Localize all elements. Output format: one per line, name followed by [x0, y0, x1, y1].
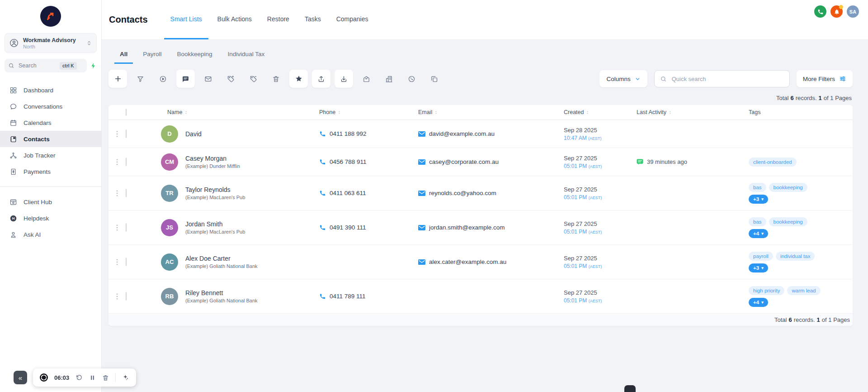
contact-row[interactable]: ⋮RBRiley Bennett(Example) Goliath Nation… [108, 279, 853, 314]
pause-recording-icon[interactable] [89, 374, 96, 381]
contact-row[interactable]: ⋮JSJordan Smith(Example) MacLaren's Pub0… [108, 210, 853, 245]
row-menu-icon[interactable]: ⋮ [108, 130, 126, 138]
row-menu-icon[interactable]: ⋮ [108, 158, 126, 166]
contact-phone[interactable]: 0411 188 992 [319, 130, 418, 137]
phone-dialer-icon[interactable] [814, 5, 826, 18]
record-button[interactable] [40, 373, 48, 382]
filter-button[interactable] [131, 70, 150, 88]
notifications-bell-icon[interactable] [830, 5, 843, 18]
column-header-created[interactable]: Created [564, 109, 637, 115]
sidebar-item-job-tracker[interactable]: Job Tracker [0, 147, 101, 163]
contact-row[interactable]: ⋮CMCasey Morgan(Example) Dunder Mifflin0… [108, 148, 853, 176]
row-checkbox[interactable] [126, 158, 127, 166]
sidebar-item-ask-ai[interactable]: Ask AI [0, 226, 101, 243]
sidebar-item-contacts[interactable]: Contacts [0, 131, 101, 147]
tab-tasks[interactable]: Tasks [298, 0, 327, 39]
column-header-name[interactable]: Name [145, 109, 319, 115]
more-tags-button[interactable]: +3▾ [749, 195, 768, 204]
contact-email[interactable]: david@example.com.au [418, 130, 564, 137]
tab-restore[interactable]: Restore [261, 0, 296, 39]
contact-email[interactable]: jordan.smith@example.com [418, 224, 564, 231]
sidebar-search[interactable]: ctrl K [5, 59, 87, 72]
more-tags-button[interactable]: +4▾ [749, 298, 768, 307]
contact-email[interactable]: reynolds.co@yahoo.com [418, 190, 564, 196]
quick-search-input[interactable] [671, 75, 784, 83]
contact-phone[interactable]: 0456 788 911 [319, 158, 418, 165]
sort-icon[interactable] [434, 110, 439, 115]
toolbar-actions [108, 70, 443, 88]
user-avatar[interactable]: SA [847, 5, 859, 18]
delete-recording-icon[interactable] [102, 374, 109, 381]
lightning-icon[interactable] [90, 62, 97, 70]
row-checkbox[interactable] [126, 189, 127, 197]
column-header-phone[interactable]: Phone [319, 109, 418, 115]
select-all-checkbox[interactable] [126, 109, 127, 116]
import-button[interactable] [335, 70, 353, 88]
sidebar-search-input[interactable] [18, 62, 57, 69]
search-shortcut-badge: ctrl K [60, 62, 77, 70]
column-header-email[interactable]: Email [418, 109, 564, 115]
contact-created: Sep 27 202505:01 PM (AEST) [564, 155, 637, 169]
hidden-corner-widget[interactable] [624, 385, 636, 392]
row-checkbox[interactable] [126, 258, 127, 266]
contact-email[interactable]: casey@corporate.com.au [418, 158, 564, 165]
more-tags-button[interactable]: +3▾ [749, 263, 768, 272]
contact-phone[interactable]: 0411 063 611 [319, 190, 418, 196]
row-menu-icon[interactable]: ⋮ [108, 190, 126, 197]
ai-sparkle-icon[interactable] [122, 374, 129, 381]
contact-phone[interactable]: 0491 390 111 [319, 224, 418, 231]
delete-button[interactable] [267, 70, 285, 88]
sidebar-item-calendars[interactable]: Calendars [0, 115, 101, 131]
sidebar-item-conversations[interactable]: Conversations [0, 98, 101, 115]
add-button[interactable] [108, 70, 127, 88]
sort-icon[interactable] [668, 110, 673, 115]
whatsapp-button[interactable] [402, 70, 421, 88]
row-menu-icon[interactable]: ⋮ [108, 293, 126, 300]
export-button[interactable] [312, 70, 330, 88]
sort-icon[interactable] [585, 110, 590, 115]
smart-list-tab-individual-tax[interactable]: Individual Tax [222, 46, 270, 64]
sidebar-item-dashboard[interactable]: Dashboard [0, 82, 101, 98]
more-filters-button[interactable]: More Filters [797, 70, 853, 87]
row-menu-icon[interactable]: ⋮ [108, 258, 126, 266]
sidebar-item-helpdesk[interactable]: HHelpdesk [0, 210, 101, 226]
smart-list-tab-payroll[interactable]: Payroll [137, 46, 167, 64]
contact-email[interactable]: alex.cater@example.com.au [418, 258, 564, 265]
sidebar-item-payments[interactable]: Payments [0, 163, 101, 180]
tab-bulk-actions[interactable]: Bulk Actions [211, 0, 258, 39]
row-menu-icon[interactable]: ⋮ [108, 224, 126, 231]
row-checkbox[interactable] [126, 129, 127, 138]
column-header-last-activity[interactable]: Last Activity [637, 109, 749, 115]
contact-row[interactable]: ⋮ACAlex Doe Carter(Example) Goliath Nati… [108, 245, 853, 279]
contact-phone[interactable]: 0411 789 111 [319, 293, 418, 300]
tab-smart-lists[interactable]: Smart Lists [164, 0, 208, 39]
merge-button[interactable] [425, 70, 443, 88]
tab-companies[interactable]: Companies [330, 0, 375, 39]
quick-search-field[interactable] [654, 70, 790, 87]
row-checkbox[interactable] [126, 292, 127, 301]
sort-icon[interactable] [337, 110, 342, 115]
columns-button[interactable]: Columns [599, 70, 647, 87]
company-button[interactable] [380, 70, 398, 88]
contact-row[interactable]: ⋮TRTaylor Reynolds(Example) MacLaren's P… [108, 176, 853, 210]
favorite-button[interactable] [289, 70, 308, 88]
message-button[interactable] [176, 70, 195, 88]
row-checkbox[interactable] [126, 223, 127, 232]
more-tags-button[interactable]: +4▾ [749, 229, 768, 238]
columns-label: Columns [606, 76, 630, 82]
job-tracker-icon [9, 151, 17, 159]
add-tag-button[interactable] [222, 70, 240, 88]
review-request-button[interactable] [357, 70, 376, 88]
automation-button[interactable] [154, 70, 172, 88]
remove-tag-button[interactable] [244, 70, 263, 88]
smart-list-tab-all[interactable]: All [114, 46, 133, 64]
collapse-recorder-button[interactable]: « [14, 371, 27, 384]
smart-list-tab-bookkeeping[interactable]: Bookkeeping [172, 46, 218, 64]
workspace-switcher[interactable]: Workmate Advisory North [5, 33, 97, 53]
sort-icon[interactable] [184, 110, 189, 115]
contact-row[interactable]: ⋮DDavid0411 188 992david@example.com.auS… [108, 120, 853, 148]
email-button[interactable] [199, 70, 217, 88]
sidebar-item-client-hub[interactable]: Client Hub [0, 194, 101, 210]
phone-icon [319, 130, 326, 137]
restart-recording-icon[interactable] [75, 374, 83, 381]
